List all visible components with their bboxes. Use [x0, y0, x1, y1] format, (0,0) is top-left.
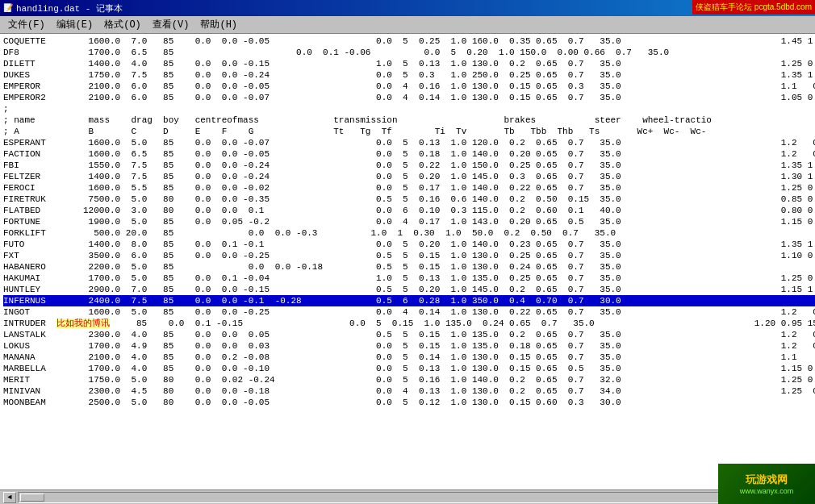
watermark-bottom: 玩游戏网 www.wanyx.com: [718, 464, 815, 504]
menu-view[interactable]: 查看(V): [148, 16, 194, 33]
text-line: COQUETTE 1600.0 7.0 85 0.0 0.0 -0.05 0.0…: [3, 35, 812, 47]
watermark-top: 侠盗猎车手论坛 pcgta.5dbd.com: [692, 0, 815, 15]
text-line: ESPERANT 1600.0 5.0 85 0.0 0.0 -0.07 0.0…: [3, 137, 812, 148]
menu-bar: 文件(F) 编辑(E) 格式(O) 查看(V) 帮助(H): [0, 16, 815, 34]
menu-format[interactable]: 格式(O): [99, 16, 146, 33]
text-line: FORTUNE 1900.0 5.0 85 0.0 0.05 -0.2 0.0 …: [3, 216, 812, 227]
text-line: HUNTLEY 2900.0 7.0 85 0.0 0.0 -0.15 0.5 …: [3, 284, 812, 295]
status-bar: ◄ ►: [0, 489, 815, 504]
text-line: LANSTALK 2300.0 4.0 85 0.0 0.0 0.05 0.5 …: [3, 329, 812, 340]
text-line: MANANA 2100.0 4.0 85 0.0 0.2 -0.08 0.0 5…: [3, 352, 812, 363]
text-line: FUTO 1400.0 8.0 85 0.0 0.1 -0.1 0.0 5 0.…: [3, 239, 812, 250]
text-line: FLATBED 12000.0 3.0 80 0.0 0.0 0.1 0.0 6…: [3, 205, 812, 216]
text-line: INFERNUS 2400.0 7.5 85 0.0 0.0 -0.1 -0.2…: [3, 295, 815, 306]
menu-help[interactable]: 帮助(H): [195, 16, 242, 33]
text-line: MERIT 1750.0 5.0 80 0.0 0.02 -0.24 0.0 5…: [3, 374, 812, 385]
text-line: FIRETRUK 7500.0 5.0 80 0.0 0.0 -0.35 0.5…: [3, 194, 812, 205]
menu-edit[interactable]: 编辑(E): [52, 16, 98, 33]
text-line: FORKLIFT 500.0 20.0 85 0.0 0.0 -0.3 1.0 …: [3, 227, 812, 239]
text-line: EMPEROR 2100.0 6.0 85 0.0 0.0 -0.05 0.0 …: [3, 81, 812, 92]
text-line: FBI 1550.0 7.5 85 0.0 0.0 -0.24 0.0 5 0.…: [3, 160, 812, 171]
text-line: MINIVAN 2300.0 4.5 80 0.0 0.0 -0.18 0.0 …: [3, 385, 812, 397]
text-line: LOKUS 1700.0 4.9 85 0.0 0.0 0.03 0.0 5 0…: [3, 340, 812, 352]
watermark-brand: 玩游戏网: [746, 473, 788, 487]
text-line: DUKES 1750.0 7.5 85 0.0 0.0 -0.24 0.0 5 …: [3, 69, 812, 81]
text-line: FXT 3500.0 6.0 85 0.0 0.0 -0.25 0.5 5 0.…: [3, 250, 812, 261]
watermark-url: www.wanyx.com: [740, 487, 794, 495]
text-line: EMPEROR2 2100.0 6.0 85 0.0 0.0 -0.07 0.0…: [3, 92, 812, 103]
horizontal-scrollbar[interactable]: [18, 492, 797, 503]
text-line: ;: [3, 103, 812, 115]
text-line: DF8 1700.0 6.5 85 0.0 0.1 -0.06 0.0 5 0.…: [3, 47, 812, 58]
text-line: FELTZER 1400.0 7.5 85 0.0 0.0 -0.24 0.0 …: [3, 171, 812, 182]
text-line: MOONBEAM 2500.0 5.0 80 0.0 0.0 -0.05 0.0…: [3, 397, 812, 408]
text-line: ; name mass drag boy centreofmass transm…: [3, 115, 812, 126]
scroll-left-button[interactable]: ◄: [3, 492, 16, 503]
text-editor-content[interactable]: COQUETTE 1600.0 7.0 85 0.0 0.0 -0.05 0.0…: [0, 34, 815, 489]
text-line: INTRUDER 比如我的博讯 85 0.0 0.1 -0.15 0.0 5 0…: [3, 318, 812, 329]
app-icon: 📝: [3, 3, 13, 13]
text-line: ; A B C D E F G Tt Tg Tf Ti Tv Tb Tbb Th…: [3, 126, 812, 137]
window-title: handling.dat - 记事本: [16, 2, 123, 15]
menu-file[interactable]: 文件(F): [3, 16, 50, 33]
text-line: HABANERO 2200.0 5.0 85 0.0 0.0 -0.18 0.5…: [3, 261, 812, 273]
text-line: MARBELLA 1700.0 4.0 85 0.0 0.0 -0.10 0.0…: [3, 363, 812, 374]
text-line: FEROCI 1600.0 5.5 85 0.0 0.0 -0.02 0.0 5…: [3, 182, 812, 194]
scroll-thumb[interactable]: [20, 494, 44, 502]
text-line: HAKUMAI 1700.0 5.0 85 0.0 0.1 -0.04 1.0 …: [3, 273, 812, 284]
text-line: INGOT 1600.0 5.0 85 0.0 0.0 -0.25 0.0 4 …: [3, 306, 812, 318]
text-line: DILETT 1400.0 4.0 85 0.0 0.0 -0.15 1.0 5…: [3, 58, 812, 69]
text-line: FACTION 1600.0 6.5 85 0.0 0.0 -0.05 0.0 …: [3, 148, 812, 160]
text-lines: COQUETTE 1600.0 7.0 85 0.0 0.0 -0.05 0.0…: [0, 34, 815, 489]
